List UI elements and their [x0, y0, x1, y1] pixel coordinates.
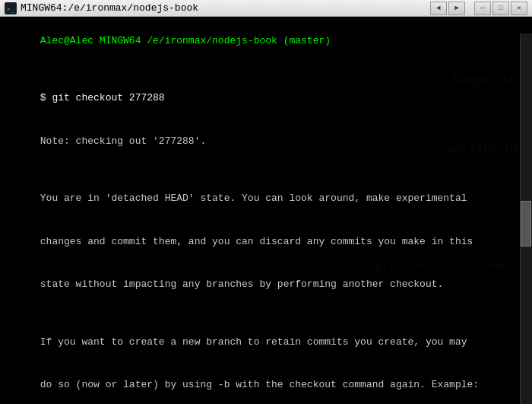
back-button[interactable]: ◄	[430, 2, 447, 15]
scrollbar[interactable]	[520, 33, 532, 404]
prompt-line-1: Alec@Alec MINGW64 /e/ironmax/nodejs-book…	[5, 20, 515, 63]
new-branch-text-2: do so (now or later) by using -b with th…	[40, 379, 479, 390]
title-bar-title: MINGW64:/e/ironmax/nodejs-book	[21, 2, 198, 14]
svg-text:>_: >_	[6, 5, 14, 13]
title-bar: >_ MINGW64:/e/ironmax/nodejs-book ◄ ► ─ …	[0, 0, 532, 17]
new-branch-para-2: do so (now or later) by using -b with th…	[5, 364, 515, 404]
blank-2	[5, 307, 515, 321]
detached-text-3: state without impacting any branches by …	[40, 278, 444, 290]
title-bar-left: >_ MINGW64:/e/ironmax/nodejs-book	[5, 2, 198, 14]
command-line-1: $ git checkout 277288	[5, 63, 515, 120]
minimize-button[interactable]: ─	[474, 2, 491, 15]
cmd-checkout: $ git checkout 277288	[40, 92, 165, 103]
close-button[interactable]: ✕	[511, 2, 527, 15]
note-line: Note: checking out '277288'.	[5, 120, 515, 164]
new-branch-text-1: If you want to create a new branch to re…	[40, 336, 467, 348]
terminal-content[interactable]: Stage (In Working Di git checkout -b new…	[0, 17, 520, 404]
terminal-icon: >_	[5, 2, 17, 14]
detached-para-3: state without impacting any branches by …	[5, 263, 515, 307]
blank-1	[5, 163, 515, 177]
maximize-button[interactable]: □	[492, 2, 509, 15]
window-controls[interactable]: ◄ ► ─ □ ✕	[430, 2, 527, 15]
new-branch-para-1: If you want to create a new branch to re…	[5, 321, 515, 364]
detached-para-2: changes and commit them, and you can dis…	[5, 221, 515, 264]
detached-text-1: You are in 'detached HEAD' state. You ca…	[40, 192, 467, 204]
prompt-user-1: Alec@Alec MINGW64 /e/ironmax/nodejs-book…	[40, 35, 331, 46]
note-text: Note: checking out '277288'.	[40, 135, 206, 147]
forward-button[interactable]: ►	[448, 2, 465, 15]
dollar-1	[40, 78, 46, 89]
detached-para-1: You are in 'detached HEAD' state. You ca…	[5, 177, 515, 221]
detached-text-2: changes and commit them, and you can dis…	[40, 236, 473, 247]
scroll-thumb[interactable]	[521, 201, 531, 247]
